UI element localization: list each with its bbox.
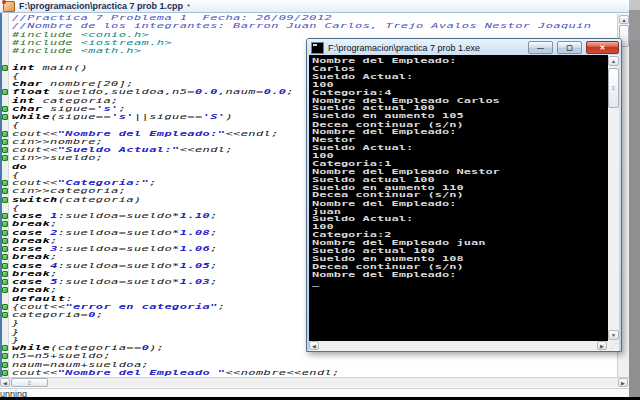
tab-file-name[interactable]: F:\programacion\practica 7 prob 1.cpp	[19, 1, 183, 11]
console-vertical-scrollbar[interactable]: ▲ ≡ ▼	[608, 55, 619, 341]
scroll-down-icon[interactable]: ▼	[608, 330, 619, 340]
thumb-grip-icon: ≡	[612, 85, 616, 91]
code-line: naum=naum+sueldoa;	[12, 361, 629, 369]
line-marker-icon	[2, 106, 8, 112]
line-marker-icon	[2, 246, 8, 252]
line-marker-icon	[2, 147, 8, 153]
scroll-up-icon[interactable]: ▲	[608, 56, 619, 66]
thumb-grip-icon: ≡	[28, 380, 32, 386]
console-title: F:\programacion\practica 7 prob 1.exe	[328, 43, 524, 53]
line-marker-icon	[2, 221, 8, 227]
code-line: cout<<"Nombre del Empleado "<<nombre<<en…	[12, 369, 629, 377]
console-line: Sueldo Actual:	[312, 73, 500, 81]
console-line: Nombre del Empleado:	[312, 271, 500, 279]
line-marker-icon	[2, 65, 8, 71]
console-icon	[311, 42, 324, 54]
line-marker-icon	[2, 89, 8, 95]
editor-tabbar: F:\programacion\practica 7 prob 1.cpp *	[0, 0, 629, 13]
minimize-icon: —	[537, 44, 544, 51]
code-line: //Nombre de los integrantes: Barron Juan…	[12, 22, 629, 30]
line-marker-icon	[2, 279, 8, 285]
console-lines: Nombre del Empleado:CarlosSueldo Actual:…	[312, 57, 500, 287]
resize-grip[interactable]: ⋰	[608, 341, 619, 351]
line-marker-icon	[2, 139, 8, 145]
console-line: Sueldo Actual:	[312, 215, 500, 223]
editor-hscroll-thumb[interactable]: ≡	[11, 378, 48, 387]
file-icon	[3, 1, 15, 12]
gutter-markers	[0, 13, 10, 377]
line-marker-icon	[2, 114, 8, 120]
maximize-button[interactable]: ▢	[557, 41, 582, 54]
line-marker-icon	[2, 180, 8, 186]
editor-horizontal-scrollbar[interactable]: ◀ ≡ ▶	[0, 377, 629, 387]
modified-marker: *	[187, 2, 190, 11]
scroll-left-icon[interactable]: ◀	[0, 378, 10, 387]
line-marker-icon	[2, 312, 8, 318]
line-marker-icon	[2, 304, 8, 310]
close-icon: ✕	[600, 44, 606, 51]
close-button[interactable]: ✕	[586, 41, 619, 54]
line-marker-icon	[2, 238, 8, 244]
line-marker-icon	[2, 197, 8, 203]
scroll-right-icon[interactable]: ▶	[597, 341, 607, 350]
scroll-up-icon[interactable]: ▲	[619, 15, 629, 24]
code-line: n5=n5+sueldo;	[12, 352, 629, 360]
line-marker-icon	[2, 353, 8, 359]
ide-window: F:\programacion\practica 7 prob 1.cpp * …	[0, 0, 640, 400]
line-marker-icon	[2, 362, 8, 368]
code-line: //Practica 7 Problema 1 Fecha: 26/09/201…	[12, 14, 629, 22]
scroll-left-icon[interactable]: ◀	[309, 341, 319, 350]
line-marker-icon	[2, 287, 8, 293]
line-marker-icon	[2, 271, 8, 277]
console-window[interactable]: F:\programacion\practica 7 prob 1.exe — …	[306, 38, 622, 352]
right-edge-strip	[629, 0, 640, 397]
console-titlebar[interactable]: F:\programacion\practica 7 prob 1.exe — …	[307, 39, 621, 55]
line-marker-icon	[2, 213, 8, 219]
console-line: _	[312, 279, 500, 287]
console-line: Sueldo Actual:	[312, 144, 500, 152]
console-horizontal-scrollbar[interactable]: ◀ ▶ ⋰	[309, 341, 619, 351]
line-marker-icon	[2, 230, 8, 236]
maximize-icon: ▢	[566, 44, 573, 51]
line-marker-icon	[2, 131, 8, 137]
console-output[interactable]: Nombre del Empleado:CarlosSueldo Actual:…	[309, 55, 608, 341]
scroll-right-icon[interactable]: ▶	[618, 378, 628, 387]
line-marker-icon	[2, 188, 8, 194]
console-vscroll-thumb[interactable]: ≡	[608, 68, 619, 108]
line-marker-icon	[2, 254, 8, 260]
line-marker-icon	[2, 345, 8, 351]
line-marker-icon	[2, 263, 8, 269]
minimize-button[interactable]: —	[528, 41, 553, 54]
line-marker-icon	[2, 370, 8, 376]
line-marker-icon	[2, 155, 8, 161]
